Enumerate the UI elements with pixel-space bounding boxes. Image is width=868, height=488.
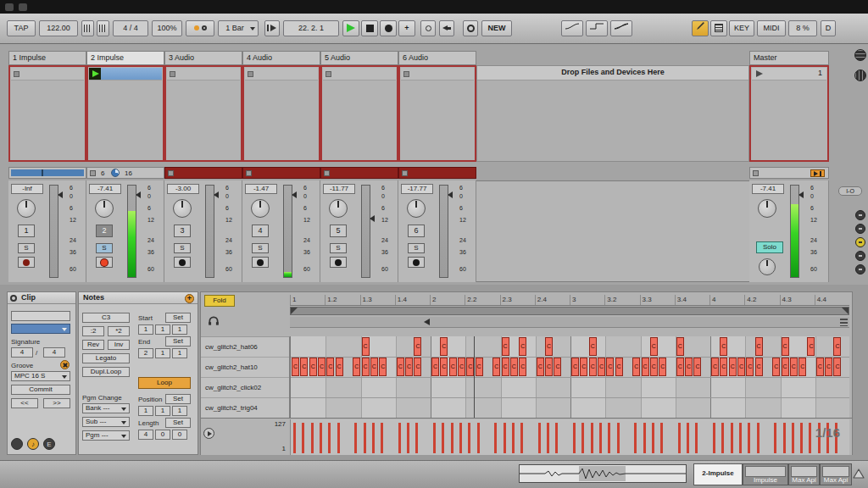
signature-denominator[interactable]: 4: [43, 347, 65, 358]
master-status[interactable]: [749, 167, 829, 179]
velocity-marker[interactable]: [573, 423, 576, 453]
track-header-3[interactable]: 3 Audio: [164, 51, 242, 65]
midi-note[interactable]: C: [659, 358, 666, 376]
velocity-marker[interactable]: [354, 423, 357, 453]
velocity-marker[interactable]: [721, 423, 724, 453]
midi-note[interactable]: C: [790, 358, 798, 376]
launch-box-toggle[interactable]: [11, 438, 23, 450]
signature-numerator[interactable]: 4: [11, 347, 33, 358]
mixer-toggle-icon[interactable]: [855, 237, 865, 247]
midi-note[interactable]: C: [414, 358, 421, 376]
velocity-marker[interactable]: [678, 423, 681, 453]
midi-note[interactable]: C: [502, 358, 509, 376]
velocity-marker[interactable]: [328, 423, 331, 453]
length-set-button[interactable]: Set: [165, 418, 191, 428]
midi-note[interactable]: C: [318, 358, 326, 376]
midi-note[interactable]: C: [476, 358, 483, 376]
track-status-5[interactable]: [320, 167, 398, 179]
track-number-box[interactable]: 6: [408, 225, 425, 237]
note-grid[interactable]: CCCCCCCCCCCCCCCCCCCCCCCCCCCCCCCCCCCCCCCC…: [290, 336, 849, 418]
solo-button[interactable]: S: [330, 243, 347, 253]
midi-note[interactable]: C: [807, 337, 815, 356]
midi-note[interactable]: C: [746, 358, 754, 376]
clip-slot[interactable]: [245, 68, 318, 80]
midi-note[interactable]: C: [782, 358, 789, 376]
clip-stop-icon[interactable]: [170, 71, 175, 77]
midi-note[interactable]: C: [458, 358, 465, 376]
master-solo-button[interactable]: Solo: [756, 241, 783, 253]
velocity-marker[interactable]: [731, 423, 733, 453]
velocity-marker[interactable]: [757, 423, 760, 453]
midi-note[interactable]: C: [300, 358, 308, 376]
scene-launch-icon[interactable]: [756, 70, 763, 77]
track-header-2[interactable]: 2 Impulse: [86, 51, 164, 65]
track-status-6[interactable]: [398, 167, 476, 179]
editor-scroll-area[interactable]: [290, 317, 849, 328]
track-number-box[interactable]: 2: [96, 225, 113, 237]
arm-button[interactable]: [18, 257, 35, 268]
velocity-marker[interactable]: [468, 423, 470, 453]
midi-note[interactable]: C: [598, 358, 605, 376]
legato-button[interactable]: Legato: [82, 353, 130, 363]
clip-stop-icon[interactable]: [248, 71, 253, 77]
position-set-button[interactable]: Set: [165, 394, 191, 404]
preview-headphone-icon[interactable]: [208, 316, 220, 326]
velocity-marker[interactable]: [311, 423, 314, 453]
program-menu[interactable]: Pgm ---: [82, 430, 130, 441]
volume-fader-handle[interactable]: [798, 191, 804, 198]
clip-slot[interactable]: [89, 68, 162, 80]
volume-fader-handle[interactable]: [58, 191, 63, 198]
volume-db-display[interactable]: -11.77: [323, 184, 355, 194]
nudge-back-button[interactable]: <<: [11, 398, 38, 408]
track-number-box[interactable]: 4: [252, 225, 269, 237]
midi-note[interactable]: C: [782, 337, 789, 356]
position-beat-field[interactable]: 1: [155, 406, 170, 416]
pan-knob[interactable]: [407, 199, 426, 218]
velocity-marker[interactable]: [713, 423, 715, 453]
duplicate-loop-button[interactable]: Dupl.Loop: [82, 367, 130, 377]
reverse-button[interactable]: Rev: [82, 340, 104, 350]
midi-note[interactable]: C: [833, 358, 841, 376]
velocity-marker[interactable]: [451, 423, 453, 453]
envelopes-box-toggle[interactable]: E: [43, 438, 55, 450]
end-beat-field[interactable]: 1: [155, 348, 170, 358]
midi-note[interactable]: C: [292, 358, 299, 376]
velocity-marker[interactable]: [739, 423, 742, 453]
volume-fader-handle[interactable]: [448, 191, 453, 198]
device-tab-3[interactable]: Max Api: [788, 463, 820, 485]
notification-icon[interactable]: [853, 468, 865, 480]
velocity-marker[interactable]: [555, 423, 558, 453]
length-beat-field[interactable]: 0: [155, 430, 170, 440]
volume-db-display[interactable]: -17.77: [401, 184, 433, 194]
nudge-forward-button[interactable]: >>: [43, 398, 70, 408]
invert-button[interactable]: Inv: [108, 340, 130, 350]
position-bar-field[interactable]: 1: [138, 406, 153, 416]
zoom-handles-icon[interactable]: [840, 319, 848, 326]
velocity-markers[interactable]: [290, 419, 849, 455]
midi-note[interactable]: C: [466, 358, 474, 376]
midi-note[interactable]: C: [440, 358, 448, 376]
track-header-4[interactable]: 4 Audio: [242, 51, 320, 65]
midi-note[interactable]: C: [589, 358, 597, 376]
velocity-marker[interactable]: [459, 423, 462, 453]
volume-db-display[interactable]: -7.41: [752, 184, 784, 194]
start-beat-field[interactable]: 1: [155, 324, 170, 335]
track-header-6[interactable]: 6 Audio: [398, 51, 476, 65]
velocity-marker[interactable]: [608, 423, 610, 453]
midi-note[interactable]: C: [492, 358, 500, 376]
hot-swap-groove-icon[interactable]: [60, 360, 70, 369]
end-bar-field[interactable]: 2: [138, 348, 153, 358]
loop-end-icon[interactable]: [842, 308, 849, 314]
velocity-marker[interactable]: [477, 423, 480, 453]
scene-slot[interactable]: 1: [752, 68, 826, 80]
arm-button[interactable]: [252, 257, 269, 268]
velocity-marker[interactable]: [652, 423, 654, 453]
midi-note[interactable]: C: [336, 358, 343, 376]
cue-volume-knob[interactable]: [759, 258, 776, 275]
velocity-marker[interactable]: [792, 423, 794, 453]
clip-activator-icon[interactable]: [10, 295, 17, 302]
track-status-4[interactable]: [242, 167, 320, 179]
velocity-marker[interactable]: [320, 423, 322, 453]
midi-note[interactable]: C: [309, 358, 317, 376]
pan-knob[interactable]: [251, 199, 270, 218]
